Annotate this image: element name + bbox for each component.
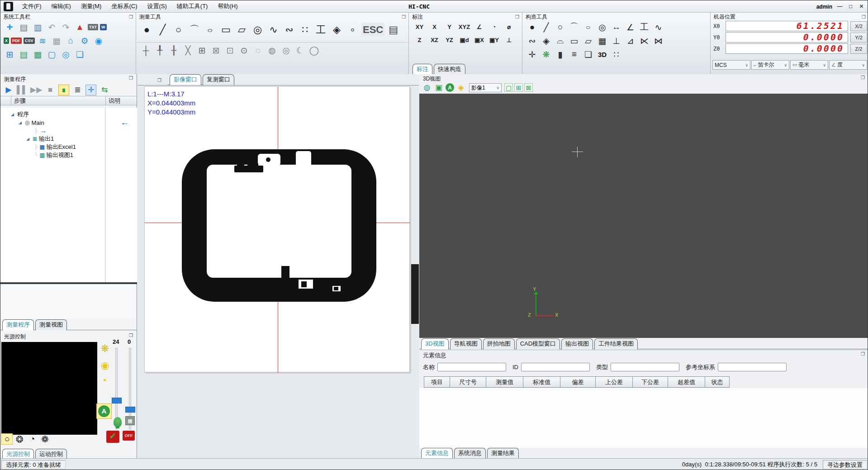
grid-icon[interactable]: ⊞ [514, 83, 523, 92]
pause-button[interactable]: ▌▌ [17, 85, 28, 95]
tree-node-output-excel1[interactable]: ├ ▦ 输出Excel1 [0, 143, 105, 151]
slider-handle-1[interactable] [112, 398, 122, 404]
open-file-icon[interactable]: ▤ [18, 21, 30, 33]
dim-z-icon[interactable]: Z [413, 34, 426, 46]
tree-expander-icon[interactable]: ◢ [26, 137, 31, 141]
close-button[interactable]: ✕ [857, 2, 866, 11]
camera-select[interactable]: 影像1∨ [469, 83, 502, 92]
field-input[interactable] [718, 363, 787, 371]
point-light-icon[interactable]: ● [103, 376, 107, 383]
profile-icon[interactable]: ▮ [554, 48, 566, 61]
dim-angle-icon[interactable]: ∠ [473, 21, 486, 33]
lock-button[interactable]: ∎ [58, 85, 69, 95]
tree-expander-icon[interactable]: ◢ [19, 120, 23, 125]
construct-circle-icon[interactable]: ○ [554, 21, 566, 33]
float-panel-icon[interactable]: ❐ [157, 78, 161, 83]
light-mode-multi-icon[interactable]: ❁ [39, 433, 51, 445]
focus-point-icon[interactable]: ╀ [154, 44, 166, 57]
tab-cad-model[interactable]: CAD模型窗口 [516, 338, 560, 349]
tree-node-main[interactable]: ◢ ◎ Main [0, 119, 105, 127]
ring-scan-icon[interactable]: ◍ [266, 44, 278, 57]
pdf-export-icon[interactable]: PDF [11, 38, 22, 44]
measure-line-icon[interactable]: ╱ [156, 24, 170, 36]
tree-node-program[interactable]: ◢ 程序 [0, 110, 105, 119]
dim-radius-icon[interactable]: ◔ [488, 21, 501, 33]
menu-help[interactable]: 帮助(H) [213, 1, 242, 12]
globe-icon[interactable]: ◍ [422, 83, 432, 92]
measure-point-icon[interactable]: ● [140, 24, 154, 36]
dim-frame-d-icon[interactable]: ▣d [458, 34, 471, 46]
field-input[interactable] [521, 363, 590, 371]
capture-icon[interactable]: ❏ [74, 48, 86, 61]
measure-height-icon[interactable]: 工 [314, 24, 328, 36]
word-export-icon[interactable]: W [100, 24, 107, 30]
column-description[interactable]: 说明 [106, 96, 137, 105]
double-ring-icon[interactable]: ◎ [280, 44, 292, 57]
coord-rotate-icon[interactable]: ⋉ [638, 35, 650, 47]
txt-export-icon[interactable]: TXT [88, 24, 98, 30]
slider-handle-2[interactable] [125, 407, 135, 413]
cloud-fit-icon[interactable]: ❋ [540, 48, 552, 61]
csv-export-icon[interactable]: CSV [24, 38, 35, 44]
measure-blob-icon[interactable]: ∾ [282, 24, 296, 36]
light-off-button[interactable]: OFF [123, 431, 135, 441]
undo-icon[interactable]: ↶ [46, 21, 58, 33]
construct-distance-icon[interactable]: ↔ [610, 21, 622, 33]
stop-button[interactable]: ■ [45, 85, 56, 95]
dim-frame-x-icon[interactable]: ▣X [473, 34, 486, 46]
light-mode-4seg-icon[interactable]: ◔ [27, 433, 38, 445]
menu-coordinate[interactable]: 坐标系(C) [106, 1, 142, 12]
align-icon[interactable]: ≡ [568, 48, 580, 61]
minimize-button[interactable]: — [835, 2, 844, 11]
float-panel-icon[interactable]: ❐ [862, 14, 866, 19]
step-button[interactable]: ▶▶ [30, 85, 42, 95]
dim-yz-icon[interactable]: YZ [443, 34, 456, 46]
tab-nav-view[interactable]: 导航视图 [450, 338, 482, 349]
target-icon[interactable]: ◎ [60, 48, 72, 61]
focus-crosshair-icon[interactable]: ┼ [140, 44, 152, 57]
tag-icon[interactable]: ◈ [456, 83, 466, 92]
float-panel-icon[interactable]: ❐ [515, 14, 519, 19]
viewport-3d[interactable]: Y X Z [419, 94, 868, 338]
dim-perpendicular-icon[interactable]: ⊥ [503, 34, 516, 46]
tab-stitch-map[interactable]: 拼拍地图 [483, 338, 515, 349]
coord-combine-icon[interactable]: ⋈ [652, 35, 664, 47]
swap-button[interactable]: ⇆ [99, 85, 110, 95]
construct-plane-icon[interactable]: ◈ [540, 35, 552, 47]
field-input[interactable] [611, 363, 679, 371]
edge-param-settings-button[interactable]: 寻边参数设置 [823, 460, 867, 469]
measure-arc-icon[interactable]: ⌒ [187, 24, 201, 36]
box-point-icon[interactable]: ⊞ [196, 44, 208, 57]
float-panel-icon[interactable]: ❐ [402, 14, 406, 19]
construct-slot-icon[interactable]: ▱ [582, 35, 594, 47]
move-cross-icon[interactable]: ✛ [526, 48, 538, 61]
tab-measure-program[interactable]: 测量程序 [2, 319, 34, 330]
measure-slot-icon[interactable]: ▱ [235, 24, 249, 36]
auto-mode-icon[interactable]: A [446, 83, 454, 92]
dim-xy-icon[interactable]: XY [413, 21, 426, 33]
box-arc-icon[interactable]: ⊡ [224, 44, 236, 57]
matrix-view-icon[interactable]: ▦ [32, 48, 44, 61]
dim-y-icon[interactable]: Y [443, 21, 456, 33]
list-button[interactable]: ≣ [72, 85, 83, 95]
construct-ellipse-icon[interactable]: ○ [582, 23, 594, 31]
measure-plane-icon[interactable]: ◈ [330, 24, 344, 36]
tab-measure-view[interactable]: 测量视图 [35, 319, 67, 330]
coaxial-light-icon[interactable]: ◉ [100, 360, 109, 371]
select-length-unit[interactable]: ▭毫米∨ [790, 60, 828, 70]
axis-half-button[interactable]: Z/2 [850, 44, 867, 54]
measure-notes-icon[interactable]: ▤ [386, 24, 400, 36]
construct-point-icon[interactable]: ● [526, 21, 538, 33]
measure-esc-icon[interactable]: ESC [361, 23, 384, 37]
select-angle-unit[interactable]: ∠度∨ [829, 60, 867, 70]
camera-image[interactable]: L:1---M:3.17X=0.044003mmY=0.044003mm Y X… [144, 86, 410, 372]
menu-measure[interactable]: 测量(M) [76, 1, 107, 12]
dashed-circle-icon[interactable]: ◌ [252, 44, 264, 57]
maximize-button[interactable]: □ [846, 2, 855, 11]
camera-icon[interactable]: ◉ [93, 35, 105, 47]
frame-icon[interactable]: ▢ [504, 83, 513, 92]
table-header-cell[interactable]: 标准值 [523, 376, 560, 388]
save-file-icon[interactable]: ▥ [32, 21, 44, 33]
construct-line-icon[interactable]: ╱ [540, 21, 552, 33]
lamp-toggle-button[interactable] [114, 417, 122, 427]
